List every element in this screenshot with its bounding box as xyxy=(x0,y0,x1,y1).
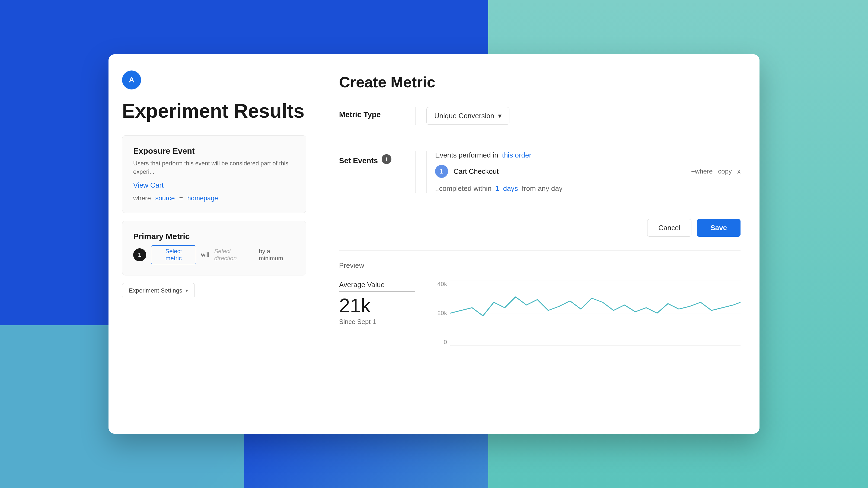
set-events-content: Events performed in this order 1 Cart Ch… xyxy=(426,151,741,193)
this-order-link[interactable]: this order xyxy=(502,151,531,159)
where-label: where xyxy=(133,194,151,202)
modal-title: Create Metric xyxy=(339,73,741,91)
info-icon[interactable]: i xyxy=(382,154,392,164)
exposure-event-card: Exposure Event Users that perform this e… xyxy=(122,135,306,213)
completed-row: ..completed within 1 days from any day xyxy=(435,184,741,193)
primary-metric-title: Primary Metric xyxy=(133,232,295,241)
homepage-tag: homepage xyxy=(187,194,218,202)
since-text: Since Sept 1 xyxy=(339,318,415,326)
page-title: Experiment Results xyxy=(122,100,306,122)
big-number: 21k xyxy=(339,296,415,315)
days-label[interactable]: days xyxy=(503,184,518,193)
where-row: where source = homepage xyxy=(133,194,295,202)
completed-within-label: ..completed within xyxy=(435,184,492,193)
events-performed-row: Events performed in this order xyxy=(435,151,741,159)
from-any-day-label: from any day xyxy=(522,184,563,193)
left-panel: A Experiment Results Exposure Event User… xyxy=(108,54,320,434)
add-where-button[interactable]: +where xyxy=(691,167,713,175)
chart-y-labels: 40k 20k 0 xyxy=(431,281,450,346)
days-number[interactable]: 1 xyxy=(495,184,499,193)
event-name: Cart Checkout xyxy=(454,167,499,176)
metric-type-chevron-icon: ▾ xyxy=(498,112,501,120)
experiment-settings-dropdown[interactable]: Experiment Settings ▾ xyxy=(122,283,195,298)
metric-type-row: Metric Type Unique Conversion ▾ xyxy=(339,107,741,138)
right-panel: Create Metric Metric Type Unique Convers… xyxy=(320,54,760,434)
chart-svg-area xyxy=(450,281,741,346)
row-divider xyxy=(415,107,415,125)
metric-type-label: Metric Type xyxy=(339,107,404,119)
event-number-badge: 1 xyxy=(435,165,448,178)
event-actions: +where copy x xyxy=(691,167,741,175)
chart-container: 40k 20k 0 xyxy=(431,281,741,346)
settings-chevron-icon: ▾ xyxy=(186,288,188,294)
copy-button[interactable]: copy xyxy=(718,167,732,175)
metric-type-content: Unique Conversion ▾ xyxy=(426,107,741,125)
cancel-button[interactable]: Cancel xyxy=(647,219,691,237)
preview-section: Preview Average Value 21k Since Sept 1 4… xyxy=(339,250,741,346)
metric-type-select[interactable]: Unique Conversion ▾ xyxy=(426,107,509,125)
view-cart-link[interactable]: View Cart xyxy=(133,181,163,189)
actions-row: Cancel Save xyxy=(339,219,741,237)
equals-tag: = xyxy=(179,194,183,202)
y-label-20k: 20k xyxy=(437,310,447,317)
main-container: A Experiment Results Exposure Event User… xyxy=(108,54,760,434)
metric-row: 1 Select metric will Select direction by… xyxy=(133,246,295,264)
y-label-40k: 40k xyxy=(437,281,447,288)
y-label-0: 0 xyxy=(444,338,447,346)
set-events-label: Set Events xyxy=(339,153,378,165)
preview-label: Preview xyxy=(339,261,741,270)
step-badge: 1 xyxy=(133,248,146,261)
preview-content: Average Value 21k Since Sept 1 40k 20k 0 xyxy=(339,281,741,346)
avg-value-title: Average Value xyxy=(339,281,415,289)
exposure-event-title: Exposure Event xyxy=(133,147,295,156)
metric-type-value: Unique Conversion xyxy=(434,112,494,120)
preview-stats: Average Value 21k Since Sept 1 xyxy=(339,281,415,326)
select-direction-placeholder[interactable]: Select direction xyxy=(214,248,254,262)
event-item-row: 1 Cart Checkout +where copy x xyxy=(435,165,741,178)
exposure-event-desc: Users that perform this event will be co… xyxy=(133,159,295,176)
remove-event-button[interactable]: x xyxy=(737,167,741,175)
save-button[interactable]: Save xyxy=(697,219,741,237)
primary-metric-card: Primary Metric 1 Select metric will Sele… xyxy=(122,221,306,275)
select-metric-button[interactable]: Select metric xyxy=(151,246,196,264)
set-events-divider xyxy=(415,151,415,193)
settings-label: Experiment Settings xyxy=(129,287,182,294)
logo-text: A xyxy=(129,76,134,84)
will-label: will xyxy=(201,251,209,258)
set-events-row: Set Events i Events performed in this or… xyxy=(339,151,741,206)
by-minimum-label: by a minimum xyxy=(259,248,295,262)
events-box: Events performed in this order 1 Cart Ch… xyxy=(426,151,741,193)
app-logo: A xyxy=(122,70,141,90)
source-tag: source xyxy=(155,194,175,202)
events-performed-label: Events performed in xyxy=(435,151,498,159)
